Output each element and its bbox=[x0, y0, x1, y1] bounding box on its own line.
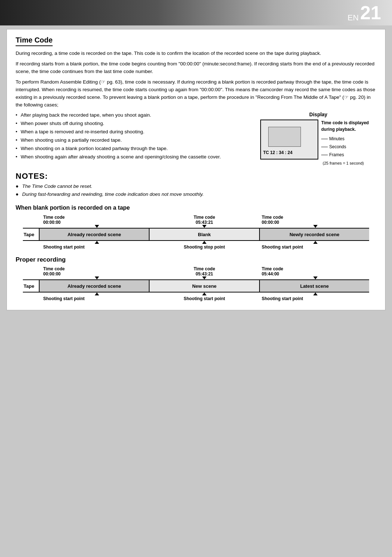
tc-label-p2: Time code bbox=[193, 266, 215, 271]
body-text-2: If recording starts from a blank portion… bbox=[16, 60, 376, 76]
bottom-label-1: Shooting start point bbox=[43, 245, 85, 250]
tc-value-p1: 00:00:00 bbox=[43, 271, 61, 277]
tape-segment-new-p: New scene bbox=[150, 280, 260, 292]
arrow-down-icon bbox=[202, 277, 207, 279]
tc-label-3: Time code bbox=[262, 215, 283, 220]
blank-tape-diagram: Time code 00:00:00 Time code 05:43:21 Ti… bbox=[23, 215, 369, 250]
bottom-label-p1: Shooting start point bbox=[43, 296, 85, 301]
proper-diagram-section: Proper recording Time code 00:00:00 Time… bbox=[16, 256, 376, 301]
arrow-up-icon bbox=[95, 292, 99, 295]
tape-label-proper: Tape bbox=[23, 280, 40, 292]
bottom-label-p2: Shooting start point bbox=[184, 296, 225, 301]
annotation-seconds: Seconds bbox=[321, 144, 376, 150]
bullet-item: When a tape is removed and re-inserted d… bbox=[16, 128, 253, 136]
bullet-item: After playing back the recorded tape, wh… bbox=[16, 112, 253, 119]
arrow-up-icon bbox=[95, 241, 99, 244]
bullet-item: When shooting using a partially recorded… bbox=[16, 137, 253, 144]
arrow-up-icon bbox=[202, 241, 207, 244]
proper-tape-diagram: Time code 00:00:00 Time code 05:43:21 Ti… bbox=[23, 266, 369, 301]
arrow-down-icon bbox=[202, 225, 207, 228]
proper-recording-title: Proper recording bbox=[16, 256, 376, 263]
annotation-frames: Frames bbox=[321, 152, 376, 158]
arrow-up-icon bbox=[313, 241, 318, 244]
section-title: Time Code bbox=[16, 36, 53, 46]
bullet-list: After playing back the recorded tape, wh… bbox=[16, 112, 253, 161]
display-screen: TC 12 : 34 : 24 bbox=[260, 120, 318, 160]
tape-segment-new: Newly recorded scene bbox=[260, 229, 369, 240]
two-column-section: After playing back the recorded tape, wh… bbox=[16, 112, 376, 166]
bullet-item: When shooting again after already shooti… bbox=[16, 153, 253, 161]
note-item: During fast-forwarding and rewinding, ti… bbox=[16, 190, 376, 198]
header-bar: EN 21 bbox=[0, 0, 392, 25]
annotation-minutes-label: Minutes bbox=[329, 136, 344, 142]
arrow-down-icon bbox=[95, 225, 99, 228]
tape-label: Tape bbox=[23, 229, 40, 240]
bottom-label-p3: Shooting start point bbox=[262, 296, 303, 301]
display-column: Display TC 12 : 34 : 24 Time code is dis… bbox=[260, 112, 376, 166]
note-item: The Time Code cannot be reset. bbox=[16, 182, 376, 190]
notes-section: NOTES: The Time Code cannot be reset. Du… bbox=[16, 171, 376, 198]
display-annotations: Time code is displayed during playback. … bbox=[321, 120, 376, 166]
notes-title: NOTES: bbox=[16, 171, 376, 181]
arrow-down-icon bbox=[313, 277, 318, 279]
tc-value-p3: 05:44:00 bbox=[262, 271, 279, 277]
body-text-1: During recording, a time code is recorde… bbox=[16, 50, 376, 57]
bullets-column: After playing back the recorded tape, wh… bbox=[16, 112, 253, 166]
dash-icon bbox=[321, 139, 328, 139]
blank-tape-bar: Tape Already recorded scene Blank Newly … bbox=[23, 228, 369, 241]
blank-diagram-section: When blank portion is recorded on a tape… bbox=[16, 205, 376, 250]
tc-value-p2: 05:43:21 bbox=[196, 271, 213, 277]
annotation-playback: Time code is displayed during playback. bbox=[321, 120, 376, 133]
bullet-item: When power shuts off during shooting. bbox=[16, 120, 253, 128]
display-inner-box bbox=[268, 127, 301, 147]
arrow-down-icon bbox=[313, 225, 318, 228]
page-number: 21 bbox=[360, 3, 381, 22]
tc-label-1: Time code bbox=[43, 215, 65, 220]
arrow-up-icon bbox=[313, 292, 318, 295]
en-label: EN bbox=[348, 13, 359, 23]
tc-label-2: Time code bbox=[193, 215, 215, 220]
notes-list: The Time Code cannot be reset. During fa… bbox=[16, 182, 376, 198]
tc-label-p3: Time code bbox=[262, 266, 283, 271]
tc-value-3: 00:00:00 bbox=[262, 220, 279, 225]
body-text-3: To perform Random Assemble Editing (☞ pg… bbox=[16, 78, 376, 109]
tape-segment-already: Already recorded scene bbox=[40, 229, 150, 240]
arrow-up-icon bbox=[202, 292, 207, 295]
tape-segment-blank: Blank bbox=[150, 229, 260, 240]
display-diagram: TC 12 : 34 : 24 Time code is displayed d… bbox=[260, 120, 376, 166]
annotation-frames-label: Frames bbox=[329, 152, 344, 158]
annotation-minutes: Minutes bbox=[321, 136, 376, 142]
tape-segment-already-p: Already recorded scene bbox=[40, 280, 150, 292]
tape-segment-latest-p: Latest scene bbox=[260, 280, 369, 292]
frames-note: (25 frames = 1 second) bbox=[321, 160, 376, 166]
dash-icon bbox=[321, 155, 328, 155]
tc-display-label: TC 12 : 34 : 24 bbox=[263, 150, 293, 155]
tc-value-1: 00:00:00 bbox=[43, 220, 61, 225]
bottom-label-3: Shooting start point bbox=[262, 245, 303, 250]
tc-label-p1: Time code bbox=[43, 266, 65, 271]
annotation-seconds-label: Seconds bbox=[329, 144, 346, 150]
bullet-item: When shooting on a blank portion located… bbox=[16, 145, 253, 153]
bottom-label-2: Shooting stop point bbox=[184, 245, 225, 250]
proper-tape-bar: Tape Already recorded scene New scene La… bbox=[23, 279, 369, 292]
main-content: Time Code During recording, a time code … bbox=[7, 29, 385, 310]
dash-icon bbox=[321, 147, 328, 147]
arrow-down-icon bbox=[95, 277, 99, 279]
display-title: Display bbox=[260, 112, 376, 117]
blank-diagram-title: When blank portion is recorded on a tape bbox=[16, 205, 376, 211]
tc-value-2: 05:43:21 bbox=[196, 220, 213, 225]
